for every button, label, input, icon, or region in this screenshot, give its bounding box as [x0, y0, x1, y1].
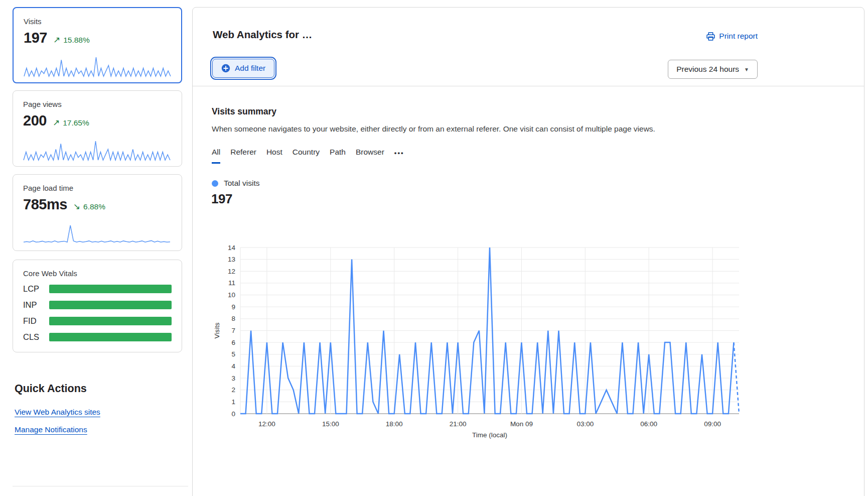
tab-host[interactable]: Host [266, 148, 282, 160]
printer-icon [706, 32, 715, 41]
svg-text:Mon 09: Mon 09 [510, 420, 533, 428]
page-title: Web Analytics for … [213, 29, 312, 41]
svg-text:Time (local): Time (local) [472, 431, 507, 439]
dimension-tabs: All Referer Host Country Path Browser ••… [212, 148, 404, 160]
inp-status-bar [49, 301, 172, 309]
plus-circle-icon [221, 64, 230, 73]
svg-text:3: 3 [231, 375, 235, 382]
quick-actions-heading: Quick Actions [15, 383, 87, 395]
svg-text:Visits: Visits [213, 322, 221, 338]
view-web-analytics-sites-link[interactable]: View Web Analytics sites [15, 408, 100, 417]
visits-summary-description: When someone navigates to your website, … [212, 125, 655, 134]
svg-text:12:00: 12:00 [258, 420, 275, 428]
trend-indicator: ↗ 15.88% [53, 35, 90, 45]
fid-status-bar [49, 317, 172, 325]
chevron-down-icon: ▼ [744, 67, 749, 72]
tab-browser[interactable]: Browser [356, 148, 384, 160]
metric-value: 785ms [23, 196, 67, 213]
legend-dot-icon [212, 180, 218, 187]
metric-value: 197 [24, 30, 47, 46]
chart-legend: Total visits [212, 179, 260, 188]
ellipsis-icon[interactable]: ••• [394, 149, 404, 159]
header-divider [193, 86, 864, 86]
date-range-label: Previous 24 hours [676, 65, 739, 74]
svg-text:9: 9 [231, 303, 235, 311]
card-title: Page load time [23, 184, 172, 192]
svg-text:7: 7 [231, 327, 235, 334]
svg-text:2: 2 [231, 386, 235, 394]
trend-percent: 6.88% [83, 202, 105, 211]
metric-card-page-views[interactable]: Page views 200 ↗ 17.65% [13, 90, 182, 167]
svg-text:4: 4 [231, 362, 235, 370]
print-report-label: Print report [719, 32, 758, 41]
svg-text:15:00: 15:00 [322, 420, 339, 428]
lcp-status-bar [49, 285, 172, 293]
tab-all[interactable]: All [212, 148, 220, 160]
vital-label: CLS [23, 332, 49, 342]
card-title: Visits [24, 17, 171, 26]
vital-label: FID [23, 316, 49, 326]
svg-text:21:00: 21:00 [450, 420, 467, 428]
card-title: Core Web Vitals [23, 269, 172, 278]
vital-row: FID [23, 316, 172, 326]
manage-notifications-link[interactable]: Manage Notifications [15, 425, 87, 434]
svg-text:09:00: 09:00 [704, 420, 721, 428]
trend-percent: 15.88% [63, 36, 90, 45]
svg-text:10: 10 [228, 291, 235, 299]
card-title: Page views [23, 100, 172, 108]
svg-text:18:00: 18:00 [386, 420, 403, 428]
visits-summary-title: Visits summary [212, 106, 276, 117]
svg-text:03:00: 03:00 [576, 420, 594, 428]
trend-indicator: ↗ 17.65% [53, 117, 89, 128]
trend-down-icon: ↘ [73, 201, 80, 212]
metric-card-page-load-time[interactable]: Page load time 785ms ↘ 6.88% [13, 174, 182, 251]
legend-label: Total visits [224, 179, 260, 188]
svg-text:6: 6 [231, 339, 235, 346]
svg-text:8: 8 [231, 315, 235, 322]
svg-text:1: 1 [231, 398, 235, 406]
print-report-link[interactable]: Print report [706, 32, 758, 41]
core-web-vitals-card: Core Web Vitals LCP INP FID CLS [13, 260, 182, 352]
web-analytics-panel: Web Analytics for … Print report Add fil… [192, 7, 864, 496]
trend-up-icon: ↗ [53, 117, 60, 128]
metric-card-visits[interactable]: Visits 197 ↗ 15.88% [13, 7, 182, 83]
svg-text:5: 5 [231, 350, 235, 358]
vital-label: LCP [23, 284, 49, 294]
trend-indicator: ↘ 6.88% [73, 201, 105, 212]
add-filter-button[interactable]: Add filter [212, 59, 274, 78]
date-range-dropdown[interactable]: Previous 24 hours ▼ [668, 60, 758, 79]
svg-text:14: 14 [228, 244, 236, 252]
tab-path[interactable]: Path [330, 148, 346, 160]
trend-percent: 17.65% [63, 118, 89, 128]
visits-line-chart[interactable]: 0123456789101112131412:0015:0018:0021:00… [211, 240, 743, 441]
vital-row: INP [23, 300, 172, 310]
svg-text:12: 12 [228, 268, 235, 275]
svg-text:0: 0 [231, 410, 235, 418]
cls-status-bar [49, 333, 172, 341]
tab-country[interactable]: Country [293, 148, 320, 160]
vital-row: LCP [23, 284, 172, 294]
visits-sparkline [23, 54, 172, 77]
sidebar-divider [13, 486, 188, 486]
page-views-sparkline [23, 138, 172, 161]
vital-label: INP [23, 300, 49, 310]
svg-text:11: 11 [228, 279, 235, 287]
add-filter-label: Add filter [235, 64, 265, 73]
trend-up-icon: ↗ [53, 35, 60, 45]
total-visits-value: 197 [211, 191, 232, 207]
tab-referer[interactable]: Referer [230, 148, 256, 160]
svg-text:13: 13 [228, 256, 235, 263]
svg-text:06:00: 06:00 [640, 420, 657, 428]
page-load-time-sparkline [23, 222, 172, 245]
vital-row: CLS [23, 332, 172, 342]
metric-value: 200 [23, 112, 47, 129]
